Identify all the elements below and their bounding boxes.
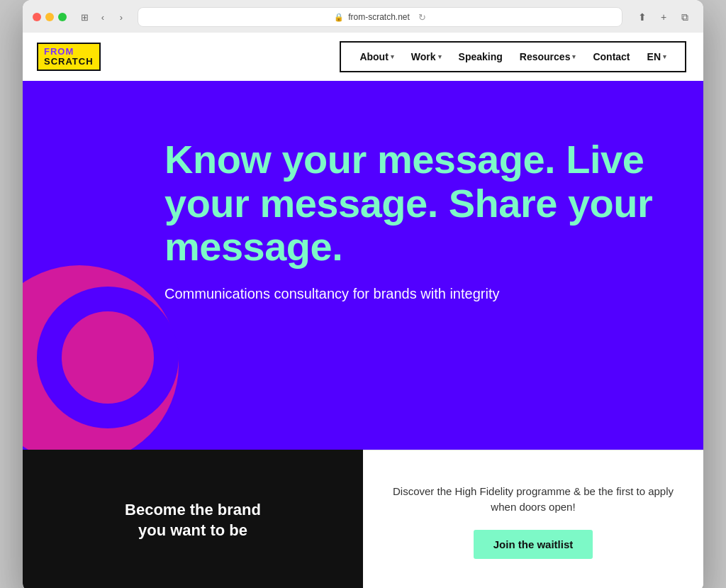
nav-item-language[interactable]: EN ▾ (640, 48, 674, 65)
hero-circle-inner (37, 287, 179, 428)
url-text: from-scratch.net (348, 12, 410, 22)
sidebar-toggle-button[interactable]: ⊞ (77, 9, 92, 25)
logo-line1: FROM (44, 47, 94, 57)
site-logo[interactable]: FROM SCRATCH (37, 43, 101, 72)
cta-black-text: Become the brand you want to be (125, 500, 261, 540)
address-bar[interactable]: 🔒 from-scratch.net ↻ (138, 7, 622, 27)
hero-subheadline: Communications consultancy for brands wi… (164, 286, 675, 302)
website-content: FROM SCRATCH About ▾ Work ▾ Speaking (23, 33, 703, 588)
site-header: FROM SCRATCH About ▾ Work ▾ Speaking (23, 33, 703, 81)
main-nav: About ▾ Work ▾ Speaking Resources ▾ (340, 41, 686, 72)
cta-black-panel: Become the brand you want to be (23, 450, 363, 588)
browser-controls: ⊞ ‹ › (77, 9, 129, 25)
cta-description: Discover the High Fidelity programme & b… (391, 484, 675, 516)
nav-item-contact[interactable]: Contact (586, 48, 637, 65)
browser-actions: ⬆ + ⧉ (634, 9, 693, 26)
chevron-down-icon: ▾ (391, 53, 394, 60)
chevron-down-icon: ▾ (663, 53, 666, 60)
lock-icon: 🔒 (334, 13, 344, 22)
waitlist-button[interactable]: Join the waitlist (474, 530, 593, 559)
share-button[interactable]: ⬆ (634, 9, 651, 26)
add-tab-button[interactable]: + (655, 9, 672, 26)
nav-item-speaking[interactable]: Speaking (452, 48, 510, 65)
traffic-lights (33, 13, 67, 21)
reload-icon: ↻ (418, 12, 426, 23)
chevron-down-icon: ▾ (438, 53, 442, 60)
back-button[interactable]: ‹ (95, 9, 111, 25)
chevron-down-icon: ▾ (572, 53, 576, 60)
close-button[interactable] (33, 13, 41, 21)
hero-section: Know your message. Live your message. Sh… (23, 81, 703, 450)
new-window-button[interactable]: ⧉ (676, 9, 693, 26)
fullscreen-button[interactable] (58, 13, 67, 21)
cta-section: Become the brand you want to be Discover… (23, 450, 703, 588)
nav-item-about[interactable]: About ▾ (352, 48, 401, 65)
cta-white-panel: Discover the High Fidelity programme & b… (363, 450, 703, 588)
minimize-button[interactable] (45, 13, 54, 21)
hero-headline: Know your message. Live your message. Sh… (164, 138, 675, 269)
forward-button[interactable]: › (113, 9, 129, 25)
hero-content: Know your message. Live your message. Sh… (164, 138, 675, 302)
logo-line2: SCRATCH (44, 57, 94, 67)
nav-item-work[interactable]: Work ▾ (404, 48, 449, 65)
nav-item-resources[interactable]: Resources ▾ (513, 48, 583, 65)
